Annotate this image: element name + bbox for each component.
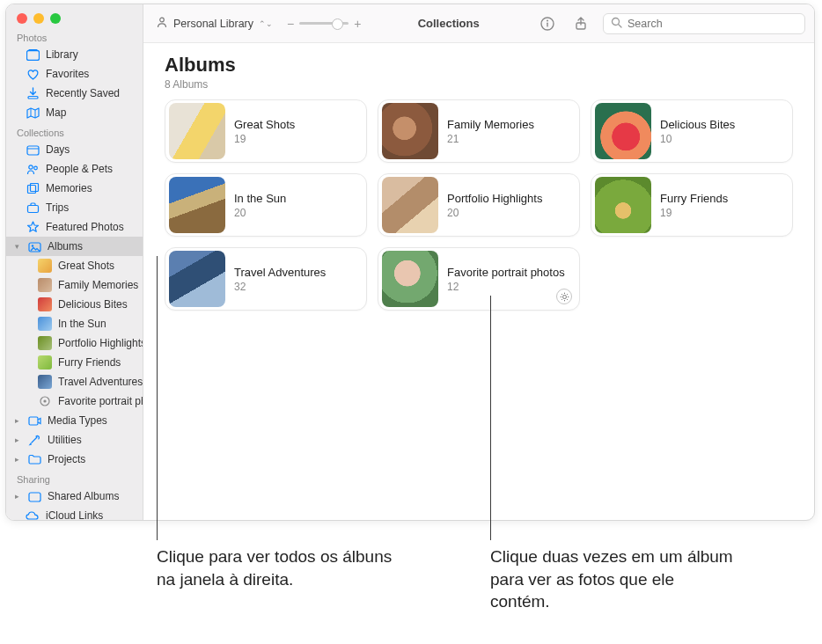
- sidebar-item-featured-photos[interactable]: Featured Photos: [6, 217, 143, 237]
- sidebar-item-albums[interactable]: ▾ Albums: [6, 237, 143, 256]
- sidebar-item-library[interactable]: Library: [6, 45, 143, 64]
- chevron-down-icon[interactable]: ▾: [13, 239, 21, 253]
- sidebar-album-in-the-sun[interactable]: In the Sun: [6, 314, 143, 333]
- cloud-icon: [26, 509, 40, 520]
- utilities-icon: [27, 433, 41, 447]
- sidebar-item-favorites[interactable]: Favorites: [6, 64, 143, 84]
- minimize-window-button[interactable]: [33, 13, 44, 24]
- chevron-right-icon[interactable]: ▸: [13, 413, 21, 428]
- callout-line: [490, 296, 491, 540]
- album-title: Portfolio Highlights: [447, 192, 542, 205]
- star-icon: [26, 220, 40, 234]
- sidebar-item-label: Recently Saved: [46, 86, 134, 100]
- zoom-window-button[interactable]: [50, 13, 61, 24]
- svg-point-13: [43, 399, 46, 402]
- album-card[interactable]: Travel Adventures 32: [165, 247, 367, 311]
- close-window-button[interactable]: [17, 13, 27, 24]
- svg-point-18: [547, 19, 548, 21]
- album-card[interactable]: Delicious Bites 10: [591, 99, 793, 163]
- sidebar-item-utilities[interactable]: ▸ Utilities: [6, 430, 143, 450]
- album-thumbnail-icon: [38, 259, 52, 273]
- sidebar-item-label: Utilities: [48, 433, 134, 447]
- album-card[interactable]: Furry Friends 19: [591, 173, 793, 237]
- album-title: Travel Adventures: [234, 266, 326, 279]
- people-icon: [26, 162, 40, 176]
- sidebar-item-label: Favorites: [46, 67, 134, 81]
- sidebar-item-label: Days: [46, 143, 134, 157]
- sidebar-item-icloud-links[interactable]: iCloud Links: [6, 506, 143, 520]
- svg-point-16: [160, 18, 165, 22]
- sidebar-item-label: Furry Friends: [58, 355, 134, 370]
- chevron-right-icon[interactable]: ▸: [13, 452, 21, 466]
- sidebar-album-travel-adventures[interactable]: Travel Adventures: [6, 372, 143, 392]
- album-count: 21: [447, 133, 534, 145]
- sidebar-item-people-pets[interactable]: People & Pets: [6, 159, 143, 179]
- sidebar-album-favorite-portrait[interactable]: Favorite portrait photos: [6, 392, 143, 411]
- zoom-out-button[interactable]: −: [287, 17, 294, 31]
- svg-rect-7: [27, 185, 35, 193]
- album-card[interactable]: In the Sun 20: [165, 173, 367, 237]
- memories-icon: [26, 181, 40, 195]
- callout-text-left: Clique para ver todos os álbuns na janel…: [157, 545, 403, 590]
- sidebar-item-trips[interactable]: Trips: [6, 198, 143, 217]
- albums-grid: Great Shots 19 Family Memories 21 Delici…: [165, 99, 793, 311]
- sidebar-album-portfolio-highlights[interactable]: Portfolio Highlights: [6, 333, 143, 353]
- album-card[interactable]: Portfolio Highlights 20: [378, 173, 580, 237]
- sidebar-item-days[interactable]: Days: [6, 140, 143, 159]
- chevron-right-icon[interactable]: ▸: [13, 489, 21, 503]
- sidebar-item-memories[interactable]: Memories: [6, 179, 143, 198]
- svg-rect-3: [27, 146, 39, 155]
- share-button[interactable]: [569, 12, 592, 35]
- svg-line-29: [567, 299, 568, 300]
- album-thumbnail: [169, 177, 225, 233]
- sidebar-section-collections: Collections: [6, 122, 143, 140]
- sidebar-item-map[interactable]: Map: [6, 103, 143, 122]
- sidebar-item-label: In the Sun: [58, 317, 134, 331]
- sidebar-item-label: Favorite portrait photos: [58, 394, 143, 408]
- album-count: 19: [234, 133, 295, 145]
- app-window: Photos Library Favorites Recently Saved …: [5, 4, 815, 521]
- svg-line-30: [567, 294, 568, 295]
- album-count: 32: [234, 281, 326, 293]
- svg-rect-15: [29, 493, 40, 501]
- search-field[interactable]: [603, 13, 805, 34]
- sidebar-album-great-shots[interactable]: Great Shots: [6, 256, 143, 275]
- sidebar-album-delicious-bites[interactable]: Delicious Bites: [6, 295, 143, 314]
- zoom-in-button[interactable]: +: [354, 17, 361, 31]
- album-card[interactable]: Family Memories 21: [378, 99, 580, 163]
- album-title: In the Sun: [234, 192, 286, 205]
- sidebar-item-label: Featured Photos: [46, 220, 134, 234]
- sidebar-section-photos: Photos: [6, 27, 143, 45]
- gear-icon[interactable]: [556, 289, 572, 304]
- album-count: 19: [660, 207, 728, 219]
- zoom-control: − +: [287, 17, 361, 31]
- sidebar-item-label: iCloud Links: [46, 509, 134, 520]
- svg-point-6: [33, 166, 37, 170]
- shared-album-icon: [27, 489, 41, 503]
- info-button[interactable]: [536, 12, 559, 35]
- album-thumbnail-icon: [38, 278, 52, 292]
- sidebar-item-media-types[interactable]: ▸ Media Types: [6, 411, 143, 430]
- download-icon: [26, 86, 40, 100]
- sidebar-item-label: People & Pets: [46, 162, 134, 176]
- chevron-right-icon[interactable]: ▸: [13, 433, 21, 447]
- search-input[interactable]: [628, 18, 797, 30]
- zoom-slider[interactable]: [299, 22, 349, 25]
- sidebar-album-family-memories[interactable]: Family Memories: [6, 275, 143, 295]
- sidebar-item-recently-saved[interactable]: Recently Saved: [6, 84, 143, 103]
- svg-point-23: [562, 295, 566, 298]
- svg-rect-14: [29, 417, 38, 425]
- folder-icon: [27, 452, 41, 466]
- library-popup[interactable]: Personal Library ⌃⌄: [152, 14, 276, 33]
- sidebar-album-furry-friends[interactable]: Furry Friends: [6, 353, 143, 372]
- sidebar-item-shared-albums[interactable]: ▸ Shared Albums: [6, 487, 143, 506]
- sidebar-item-projects[interactable]: ▸ Projects: [6, 450, 143, 469]
- page-subtitle: 8 Albums: [165, 78, 793, 91]
- album-thumbnail-icon: [38, 336, 52, 350]
- album-card[interactable]: Favorite portrait photos 12: [378, 247, 580, 311]
- svg-rect-2: [28, 97, 38, 99]
- album-title: Favorite portrait photos: [447, 266, 565, 279]
- toolbar: Personal Library ⌃⌄ − + Collections: [143, 4, 814, 43]
- album-count: 10: [660, 133, 735, 145]
- album-card[interactable]: Great Shots 19: [165, 99, 367, 163]
